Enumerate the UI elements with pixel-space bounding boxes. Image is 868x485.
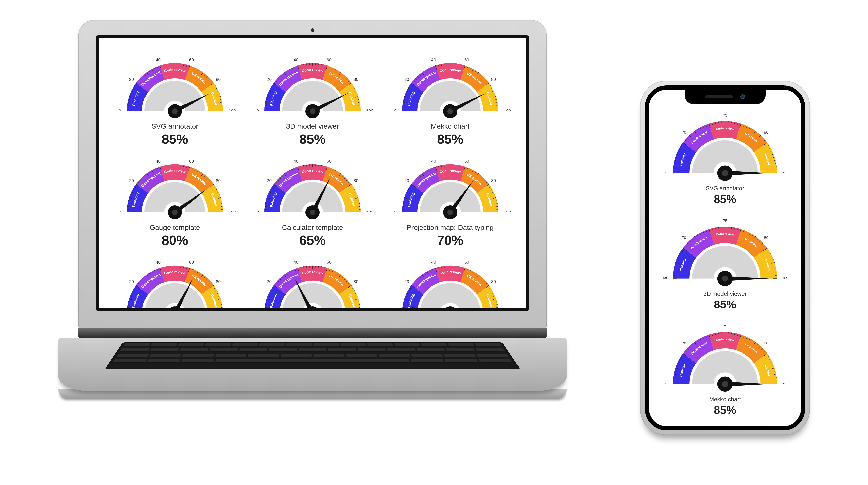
gauge-svg-wrap: PlanningDevelopmentCode reviewUX reviewC… <box>655 316 795 395</box>
gauge-tick-label: 60 <box>327 260 332 265</box>
laptop-mockup: PlanningDevelopmentCode reviewUX reviewC… <box>58 20 567 403</box>
gauge-chart: PlanningDevelopmentCode reviewUX reviewC… <box>659 105 791 184</box>
gauge-tick-label: 70 <box>682 341 686 345</box>
gauge-chart: PlanningDevelopmentCode reviewUX reviewC… <box>659 421 791 426</box>
gauge-tick-label: 20 <box>404 280 409 284</box>
gauge-hub-highlight <box>310 108 315 114</box>
laptop-camera-icon <box>311 28 314 32</box>
gauge-tick-label: 75 <box>723 324 727 328</box>
gauge-tick-label: 70 <box>682 235 686 240</box>
laptop-lid: PlanningDevelopmentCode reviewUX reviewC… <box>79 20 547 329</box>
gauge-tick-label: 80 <box>491 178 496 183</box>
gauge-svg-wrap: PlanningDevelopmentCode reviewUX reviewC… <box>383 48 518 121</box>
gauge-hub-highlight <box>447 108 453 114</box>
gauge-tick-label: 80 <box>216 280 221 284</box>
gauge-value: 85% <box>714 404 736 417</box>
gauge-title: Projection map: Data typing <box>407 224 494 232</box>
gauge-chart: PlanningDevelopmentCode reviewUX reviewC… <box>252 250 373 309</box>
gauge-tick-label: 80 <box>353 280 358 284</box>
gauge-cell: PlanningDevelopmentCode reviewUX reviewC… <box>655 421 795 426</box>
gauge-tick-label: 20 <box>267 280 272 284</box>
gauge-title: 3D model viewer <box>703 291 747 297</box>
gauge-chart: PlanningDevelopmentCode reviewUX reviewC… <box>390 149 511 223</box>
gauge-svg-wrap: PlanningDevelopmentCode reviewUX reviewC… <box>383 250 518 309</box>
gauge-cell: PlanningDevelopmentCode reviewUX reviewC… <box>107 48 242 147</box>
keyboard-icon <box>105 343 521 369</box>
gauge-tick-label: 40 <box>293 159 298 164</box>
laptop-bezel: PlanningDevelopmentCode reviewUX reviewC… <box>96 35 529 311</box>
gauge-tick-label: 80 <box>216 77 221 82</box>
mobile-gauge-list: PlanningDevelopmentCode reviewUX reviewC… <box>655 105 795 426</box>
gauge-chart: PlanningDevelopmentCode reviewUX reviewC… <box>114 250 236 309</box>
gauge-tick-label: 40 <box>293 260 298 265</box>
gauge-svg-wrap: PlanningDevelopmentCode reviewUX reviewC… <box>245 250 380 309</box>
gauge-chart: PlanningDevelopmentCode reviewUX reviewC… <box>659 316 791 395</box>
laptop-base <box>58 328 567 403</box>
phone-screen: PlanningDevelopmentCode reviewUX reviewC… <box>649 90 801 426</box>
gauge-tick-label: 80 <box>764 130 768 134</box>
gauge-value: 85% <box>162 131 188 147</box>
gauge-tick-label: 40 <box>156 260 161 265</box>
gauge-cell: PlanningDevelopmentCode reviewUX reviewC… <box>107 250 242 309</box>
gauge-svg-wrap: PlanningDevelopmentCode reviewUX reviewC… <box>655 210 795 290</box>
gauge-cell: PlanningDevelopmentCode reviewUX reviewC… <box>245 48 380 147</box>
gauge-tick-label: 60 <box>464 260 469 265</box>
gauge-chart: PlanningDevelopmentCode reviewUX reviewC… <box>252 149 373 223</box>
gauge-tick-label: 80 <box>764 341 768 345</box>
phone-mockup: PlanningDevelopmentCode reviewUX reviewC… <box>640 81 810 435</box>
phone-notch <box>685 89 766 104</box>
gauge-hub-highlight <box>172 209 178 215</box>
gauge-svg-wrap: PlanningDevelopmentCode reviewUX reviewC… <box>107 250 242 309</box>
gauge-cell: PlanningDevelopmentCode reviewUX reviewC… <box>655 316 795 417</box>
gauge-tick-label: 20 <box>404 178 409 183</box>
gauge-tick-label: 75 <box>723 113 727 117</box>
gauge-tick-label: 40 <box>431 159 436 164</box>
gauge-tick-label: 60 <box>464 159 469 164</box>
gauge-value: 85% <box>437 131 463 147</box>
gauge-tick-label: 60 <box>327 159 332 164</box>
gauge-title: SVG annotator <box>151 122 198 130</box>
gauge-tick-label: 80 <box>491 280 496 284</box>
gauge-tick-label: 20 <box>129 77 134 82</box>
gauge-cell: PlanningDevelopmentCode reviewUX reviewC… <box>655 105 795 205</box>
gauge-title: 3D model viewer <box>286 122 339 130</box>
gauge-svg-wrap: PlanningDevelopmentCode reviewUX reviewC… <box>383 149 518 223</box>
gauge-chart: PlanningDevelopmentCode reviewUX reviewC… <box>114 48 236 121</box>
gauge-tick-label: 80 <box>353 178 358 183</box>
gauge-hub-highlight <box>172 108 178 114</box>
earpiece-icon <box>705 95 733 98</box>
gauge-cell: PlanningDevelopmentCode reviewUX reviewC… <box>383 149 518 248</box>
gauge-value: 80% <box>162 233 188 248</box>
gauge-svg-wrap: PlanningDevelopmentCode reviewUX reviewC… <box>107 48 242 121</box>
gauge-tick-label: 40 <box>293 58 298 62</box>
gauge-tick-label: 20 <box>267 178 272 183</box>
phone-frame: PlanningDevelopmentCode reviewUX reviewC… <box>645 86 805 430</box>
gauge-tick-label: 20 <box>129 178 134 183</box>
gauge-tick-label: 40 <box>156 159 161 164</box>
gauge-value: 85% <box>299 131 326 147</box>
gauge-tick-label: 70 <box>682 130 686 134</box>
gauge-value: 65% <box>299 233 326 248</box>
gauge-cell: PlanningDevelopmentCode reviewUX reviewC… <box>245 250 380 309</box>
gauge-tick-label: 75 <box>723 219 727 223</box>
gauge-value: 85% <box>714 298 736 311</box>
gauge-svg-wrap: PlanningDevelopmentCode reviewUX reviewC… <box>655 421 795 426</box>
gauge-title: SVG annotator <box>706 185 744 192</box>
gauge-title: Calculator template <box>282 224 343 232</box>
laptop-screen: PlanningDevelopmentCode reviewUX reviewC… <box>99 38 526 309</box>
desktop-gauge-grid: PlanningDevelopmentCode reviewUX reviewC… <box>107 48 518 298</box>
gauge-hub-highlight <box>447 209 453 215</box>
gauge-title: Gauge template <box>150 224 200 232</box>
gauge-hub-highlight <box>310 209 315 215</box>
gauge-chart: PlanningDevelopmentCode reviewUX reviewC… <box>114 149 236 223</box>
gauge-hub-highlight <box>722 381 728 387</box>
gauge-tick-label: 80 <box>353 77 358 82</box>
gauge-hub-highlight <box>722 170 728 176</box>
gauge-tick-label: 40 <box>431 260 436 265</box>
gauge-chart: PlanningDevelopmentCode reviewUX reviewC… <box>252 48 373 121</box>
gauge-value: 85% <box>714 193 736 205</box>
gauge-tick-label: 20 <box>129 280 134 284</box>
gauge-tick-label: 40 <box>431 58 436 62</box>
gauge-tick-label: 60 <box>327 58 332 62</box>
gauge-value: 70% <box>437 233 463 248</box>
